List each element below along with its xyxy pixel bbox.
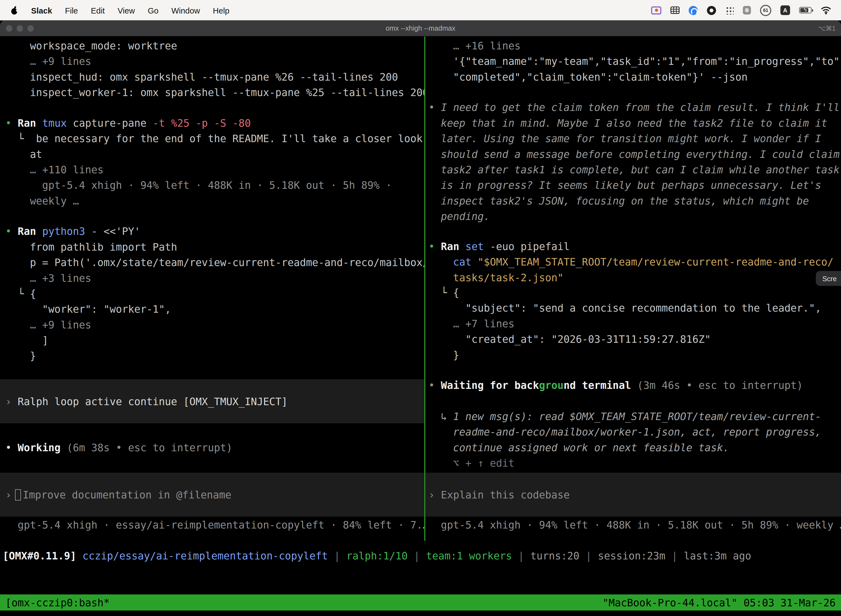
screen-recording-indicator[interactable] xyxy=(651,4,661,17)
terminal-content: workspace_mode: worktree … +9 lines insp… xyxy=(0,37,841,616)
reply-arrow-icon: ↳ xyxy=(428,411,447,422)
chevron-icon: › xyxy=(5,488,11,500)
input-source-label: A xyxy=(783,7,787,13)
terminal-line: … +3 lines xyxy=(5,270,424,286)
apple-menu[interactable] xyxy=(6,4,25,17)
working-status: • Working (6m 38s • esc to interrupt) xyxy=(5,440,424,455)
terminal-line: inspect_hud: omx sparkshell --tmux-pane … xyxy=(5,69,424,85)
menu-item-file[interactable]: File xyxy=(59,6,84,15)
terminal-line: • Waiting for background terminal (3m 46… xyxy=(428,378,841,393)
omx-turns: turns:20 xyxy=(530,550,579,562)
terminal-line: } xyxy=(428,347,841,363)
omx-status-bar: [OMX#0.11.9] cczip/essay/ai-reimplementa… xyxy=(3,549,751,564)
prompt-placeholder: Improve documentation in @filename xyxy=(23,488,231,500)
ran-tmux-command: • Ran tmux capture-pane -t %25 -p -S -80 xyxy=(5,115,424,131)
terminal-line: └ be necessary for the end of the README… xyxy=(5,131,424,146)
apple-logo-icon xyxy=(11,4,18,17)
tmux-status-bar: [omx-cczip0:bash* "MacBook-Pro-44.local"… xyxy=(0,594,841,610)
menu-item-edit[interactable]: Edit xyxy=(84,6,111,15)
pane-status-right: gpt-5.4 xhigh · 94% left · 488K in · 5.1… xyxy=(428,517,841,532)
terminal-line: … +7 lines xyxy=(428,316,841,331)
menu-item-go[interactable]: Go xyxy=(141,6,165,15)
pane-status-left: gpt-5.4 xhigh · essay/ai-reimplementatio… xyxy=(5,517,424,532)
terminal-window: omx --xhigh --madmax ⌥⌘1 workspace_mode:… xyxy=(0,21,841,616)
input-source-icon[interactable]: A xyxy=(780,5,790,15)
terminal-line: from pathlib import Path xyxy=(5,239,424,255)
window-title-bar[interactable]: omx --xhigh --madmax ⌥⌘1 xyxy=(0,21,841,37)
bullet-icon: • xyxy=(5,225,11,237)
terminal-line: pending. xyxy=(428,209,841,224)
terminal-line: … +9 lines xyxy=(5,317,424,333)
pane-right[interactable]: … +16 lines '{"team_name":"my-team","tas… xyxy=(425,37,841,541)
terminal-line: gpt-5.4 xhigh · 94% left · 488K in · 5.1… xyxy=(428,517,841,532)
terminal-line: • Ran set -euo pipefail xyxy=(428,239,841,254)
tmux-host-time: "MacBook-Pro-44.local" 05:03 31-Mar-26 xyxy=(603,595,836,610)
terminal-line: gpt-5.4 xhigh · 94% left · 488K in · 5.1… xyxy=(5,177,424,193)
terminal-line: readme-and-reco/mailbox/worker-1.json, a… xyxy=(428,424,841,440)
blue-app-icon[interactable] xyxy=(689,4,698,17)
menu-bar: Slack File Edit View Go Window Help 61 A… xyxy=(0,0,841,21)
screen: Slack File Edit View Go Window Help 61 A… xyxy=(0,0,841,616)
pane-left[interactable]: workspace_mode: worktree … +9 lines insp… xyxy=(0,37,424,541)
python-command-result: from pathlib import Path p = Path('.omx/… xyxy=(5,239,424,364)
command-tail-output: … +16 lines '{"team_name":"my-team","tas… xyxy=(428,38,841,85)
app-menu-slack[interactable]: Slack xyxy=(25,6,59,15)
edit-hint: ⌥ + ↑ edit xyxy=(428,455,841,471)
terminal-line: tasks/task-2.json" xyxy=(428,270,841,285)
dots-grid-icon[interactable] xyxy=(725,4,734,17)
menu-item-view[interactable]: View xyxy=(111,6,141,15)
thinking-block: • I need to get the claim token from the… xyxy=(428,100,841,224)
ralph-inject-row[interactable]: › Ralph loop active continue [OMX_TMUX_I… xyxy=(0,379,424,423)
omx-last-activity: last:3m ago xyxy=(684,550,751,562)
waiting-status: • Waiting for background terminal (3m 46… xyxy=(428,378,841,393)
terminal-line: cat "$OMX_TEAM_STATE_ROOT/team/review-cu… xyxy=(428,254,841,270)
ran-python-command: • Ran python3 - <<'PY' xyxy=(5,224,424,239)
wifi-icon[interactable] xyxy=(820,4,831,17)
menu-status-icons: 61 A ϟ xyxy=(651,4,835,17)
terminal-line: … +16 lines xyxy=(428,38,841,54)
prompt-placeholder: Explain this codebase xyxy=(435,488,570,500)
terminal-line: └ { xyxy=(5,286,424,301)
screen-notification[interactable]: Scre xyxy=(816,271,841,286)
tmux-command-result: └ be necessary for the end of the README… xyxy=(5,131,424,209)
ran-set-command: • Ran set -euo pipefail xyxy=(428,239,841,254)
terminal-line: inspect_worker-1: omx sparkshell --tmux-… xyxy=(5,85,424,100)
terminal-line: keep that in mind. Maybe I also need the… xyxy=(428,115,841,131)
grid-icon[interactable] xyxy=(671,4,680,17)
terminal-line: at xyxy=(5,147,424,162)
hud-output: workspace_mode: worktree … +9 lines insp… xyxy=(5,38,424,100)
window-title: omx --xhigh --madmax xyxy=(0,24,841,32)
bullet-icon: • xyxy=(428,101,435,113)
dark-app-icon[interactable] xyxy=(707,4,716,17)
menu-left: Slack File Edit View Go Window Help xyxy=(6,4,236,17)
screen-notification-text: Scre xyxy=(822,274,837,282)
prompt-input-right[interactable]: › Explain this codebase xyxy=(425,473,841,517)
terminal-line: ] xyxy=(5,333,424,348)
terminal-line: … +9 lines xyxy=(5,54,424,69)
task-json-result: └ { "subject": "send a concise recommend… xyxy=(428,285,841,363)
bullet-icon: • xyxy=(428,241,435,252)
terminal-line: • Ran python3 - <<'PY' xyxy=(5,224,424,239)
omx-team-workers: team:1 workers xyxy=(426,550,512,562)
terminal-line: "created_at": "2026-03-31T11:59:27.816Z" xyxy=(428,331,841,347)
tmux-session-window: [omx-cczip0:bash* xyxy=(5,595,110,610)
menu-item-help[interactable]: Help xyxy=(207,6,236,15)
battery-ring-icon[interactable]: 61 xyxy=(760,5,771,16)
terminal-line: } xyxy=(5,348,424,364)
menu-item-window[interactable]: Window xyxy=(165,6,207,15)
terminal-line: • I need to get the claim token from the… xyxy=(428,100,841,115)
terminal-line: gpt-5.4 xhigh · essay/ai-reimplementatio… xyxy=(5,517,424,532)
chevron-icon: › xyxy=(5,395,11,407)
incoming-message: ↳ 1 new msg(s): read $OMX_TEAM_STATE_ROO… xyxy=(428,409,841,471)
terminal-line: › Explain this codebase xyxy=(425,487,570,502)
terminal-line: task2 after task1 is complete, but can I… xyxy=(428,162,841,177)
omx-session-time: session:23m xyxy=(598,550,665,562)
gray-app-icon[interactable] xyxy=(743,4,751,17)
prompt-input-left[interactable]: ›Improve documentation in @filename xyxy=(0,473,424,517)
prompt-cursor xyxy=(15,489,21,500)
terminal-line: p = Path('.omx/state/team/review-current… xyxy=(5,255,424,270)
terminal-line: "worker": "worker-1", xyxy=(5,301,424,317)
battery-icon[interactable]: ϟ xyxy=(799,4,812,17)
bullet-icon: • xyxy=(428,379,435,391)
terminal-line: ↳ 1 new msg(s): read $OMX_TEAM_STATE_ROO… xyxy=(428,409,841,424)
